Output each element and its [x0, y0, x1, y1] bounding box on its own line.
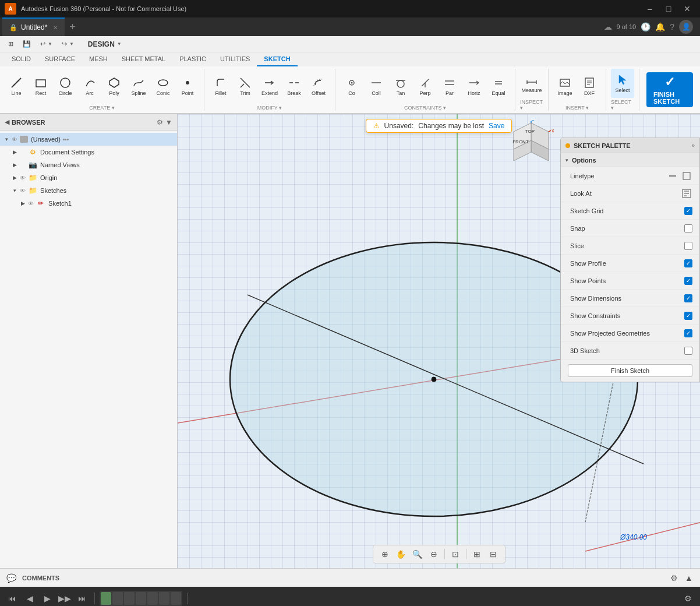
origin-eye[interactable]: 👁 [19, 174, 27, 182]
canvas-area[interactable]: ⚠ Unsaved: Changes may be lost Save [178, 114, 700, 568]
parallel-tool[interactable]: Par [438, 72, 461, 101]
user-avatar[interactable]: 👤 [679, 20, 693, 34]
palette-section-header[interactable]: ▾ Options [561, 153, 699, 167]
browser-settings-icon[interactable]: ⚙ [157, 118, 163, 126]
tangent-tool[interactable]: Tan [389, 72, 412, 101]
tab-close-icon[interactable]: ✕ [53, 24, 58, 31]
trim-tool[interactable]: Trim [234, 72, 257, 101]
sketch1-arrow[interactable]: ▶ [19, 199, 27, 207]
nav-next-button[interactable]: ▶▶ [57, 591, 72, 606]
lookat-icon[interactable] [681, 188, 692, 199]
frame-btn-2[interactable] [112, 592, 123, 605]
show-points-checkbox[interactable] [684, 277, 692, 285]
zoom-minus-button[interactable]: ⊖ [427, 547, 441, 561]
coincident-tool[interactable]: Co [340, 72, 363, 101]
minimize-button[interactable]: – [642, 3, 658, 15]
measure-tool[interactable]: Measure [520, 69, 543, 98]
sketch-grid-checkbox[interactable] [684, 207, 692, 215]
line-tool[interactable]: Line [5, 72, 28, 101]
root-arrow[interactable]: ▾ [2, 135, 10, 143]
browser-collapse-icon[interactable]: ◀ [5, 118, 9, 126]
settings-icon[interactable]: ⚙ [667, 572, 680, 584]
help-icon[interactable]: ? [670, 22, 674, 31]
named-views-arrow[interactable]: ▶ [10, 161, 19, 169]
show-dimensions-checkbox[interactable] [684, 294, 692, 302]
insert-image[interactable]: Image [553, 72, 577, 101]
tab-plastic[interactable]: PLASTIC [172, 52, 213, 66]
equal-tool[interactable]: Equal [487, 72, 510, 101]
pan-button[interactable]: ⊕ [378, 547, 392, 561]
bell-icon[interactable]: 🔔 [655, 22, 665, 31]
rectangle-tool[interactable]: Rect [29, 72, 52, 101]
tab-sketch[interactable]: SKETCH [257, 52, 297, 66]
sketches-eye[interactable]: 👁 [19, 186, 27, 195]
perpendicular-tool[interactable]: Perp [413, 72, 437, 101]
doc-settings-arrow[interactable]: ▶ [10, 148, 19, 156]
tree-item-root[interactable]: ▾ 👁 (Unsaved) ••• [0, 133, 177, 146]
nav-first-button[interactable]: ⏮ [5, 591, 20, 606]
comments-toggle[interactable]: 💬 [5, 572, 17, 584]
point-tool[interactable]: Point [176, 72, 199, 101]
root-options-icon[interactable]: ••• [63, 136, 69, 143]
slice-checkbox[interactable] [684, 242, 692, 250]
linetype-icon1[interactable] [667, 170, 678, 182]
collinear-tool[interactable]: Coll [365, 72, 388, 101]
fillet-tool[interactable]: Fillet [209, 72, 232, 101]
frame-btn-4[interactable] [136, 592, 146, 605]
arc-tool[interactable]: Arc [78, 72, 101, 101]
tree-item-doc-settings[interactable]: ▶ ⚙ Document Settings [0, 146, 177, 158]
3d-sketch-checkbox[interactable] [684, 347, 692, 355]
tree-item-sketch1[interactable]: ▶ 👁 ✏ Sketch1 [0, 197, 177, 210]
nav-last-button[interactable]: ⏭ [75, 591, 90, 606]
main-tab[interactable]: 🔒 Untitled* ✕ [2, 17, 65, 36]
zoom-in-button[interactable]: 🔍 [411, 547, 425, 561]
tree-item-origin[interactable]: ▶ 👁 📁 Origin [0, 171, 177, 184]
tab-mesh[interactable]: MESH [82, 52, 115, 66]
finish-sketch-button[interactable]: ✓ FINISH SKETCH [646, 72, 693, 107]
undo-button[interactable]: ↩ ▼ [37, 38, 56, 51]
frame-btn-1[interactable] [101, 592, 111, 605]
nav-prev-button[interactable]: ◀ [22, 591, 37, 606]
frame-btn-7[interactable] [171, 592, 181, 605]
show-constraints-checkbox[interactable] [684, 312, 692, 320]
nav-play-button[interactable]: ▶ [40, 591, 55, 606]
root-eye[interactable]: 👁 [10, 135, 19, 143]
viewcube[interactable]: TOP FRONT Z X [508, 120, 554, 167]
clock-icon[interactable]: 🕐 [641, 22, 650, 31]
offset-tool[interactable]: Offset [307, 72, 330, 101]
show-profile-checkbox[interactable] [684, 259, 692, 267]
hand-button[interactable]: ✋ [394, 547, 408, 561]
tree-item-sketches[interactable]: ▾ 👁 📁 Sketches [0, 184, 177, 197]
close-button[interactable]: ✕ [679, 3, 695, 15]
palette-expand-icon[interactable]: » [691, 142, 695, 149]
frame-btn-5[interactable] [147, 592, 158, 605]
fit-button[interactable]: ⊡ [448, 547, 462, 561]
insert-dxf[interactable]: DXF [578, 72, 601, 101]
expand-icon[interactable]: ▲ [683, 572, 695, 584]
browser-menu-icon[interactable]: ▼ [165, 118, 172, 126]
snap-checkbox[interactable] [684, 224, 692, 232]
select-tool[interactable]: Select [611, 69, 634, 98]
frame-btn-3[interactable] [124, 592, 135, 605]
break-tool[interactable]: Break [282, 72, 306, 101]
conic-tool[interactable]: Conic [151, 72, 175, 101]
tab-sheet-metal[interactable]: SHEET METAL [115, 52, 172, 66]
tree-item-named-views[interactable]: ▶ 📷 Named Views [0, 158, 177, 171]
design-dropdown[interactable]: DESIGN ▼ [84, 38, 125, 51]
save-link[interactable]: Save [489, 122, 504, 130]
new-tab-button[interactable]: + [65, 17, 80, 36]
nav-settings-button[interactable]: ⚙ [680, 591, 695, 606]
origin-arrow[interactable]: ▶ [10, 174, 19, 182]
maximize-button[interactable]: □ [660, 3, 677, 15]
spline-tool[interactable]: Spline [127, 72, 150, 101]
tab-surface[interactable]: SURFACE [38, 52, 82, 66]
horizontal-tool[interactable]: Horiz [462, 72, 486, 101]
polygon-tool[interactable]: Poly [102, 72, 126, 101]
grid-display-button[interactable]: ⊞ [470, 547, 484, 561]
tab-utilities[interactable]: UTILITIES [213, 52, 257, 66]
finish-sketch-palette-button[interactable]: Finish Sketch [568, 364, 692, 377]
redo-button[interactable]: ↪ ▼ [58, 38, 77, 51]
show-projected-checkbox[interactable] [684, 329, 692, 337]
grid-snap-button[interactable]: ⊟ [486, 547, 500, 561]
frame-btn-6[interactable] [159, 592, 169, 605]
